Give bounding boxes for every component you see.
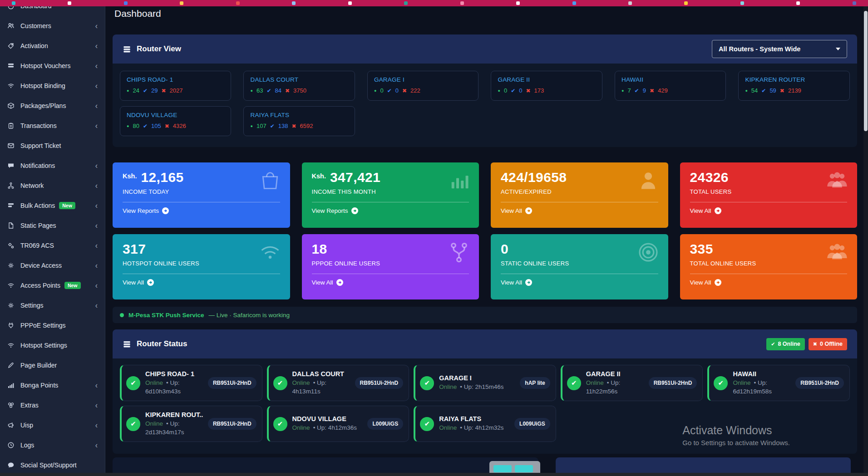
sidebar-item-label: Hotspot Vouchers: [20, 62, 71, 69]
new-badge: New: [64, 282, 81, 289]
sidebar-item[interactable]: Hotspot Vouchers ‹: [0, 56, 105, 76]
sidebar-item[interactable]: Uisp ‹: [0, 415, 105, 435]
sidebar-item[interactable]: Customers ‹: [0, 16, 105, 36]
sidebar-item[interactable]: Extras ‹: [0, 395, 105, 415]
bookmark-favicon-icon[interactable]: [460, 1, 464, 5]
router-status-card[interactable]: ✔ DALLAS COURT OnlineUp: 4h13m11s RB951U…: [267, 365, 409, 401]
partial-button[interactable]: [515, 465, 533, 472]
gears-icon: [7, 242, 15, 249]
online-badge[interactable]: ✔ 8 Online: [766, 338, 805, 350]
check-icon: ✔: [511, 88, 515, 94]
router-name: GARAGE I: [374, 76, 472, 83]
view-all-link[interactable]: View All: [501, 207, 532, 214]
bookmark-favicon-icon[interactable]: [572, 1, 576, 5]
sidebar: Dashboard Customers ‹ Activation ‹: [0, 0, 105, 473]
scrollbar-thumb[interactable]: [864, 11, 868, 131]
sidebar-item[interactable]: Static Pages ‹: [0, 216, 105, 236]
sidebar-item[interactable]: Support Ticket: [0, 136, 105, 156]
online-count: 0: [504, 87, 507, 94]
bookmark-favicon-icon[interactable]: [796, 1, 800, 5]
bookmark-favicon-icon[interactable]: [12, 1, 15, 5]
partial-button[interactable]: [493, 465, 512, 472]
vertical-scrollbar[interactable]: [863, 6, 868, 473]
bookmark-favicon-icon[interactable]: [853, 1, 856, 5]
bookmark-favicon-icon[interactable]: [404, 1, 408, 5]
sidebar-item[interactable]: Transactions ‹: [0, 116, 105, 136]
stat-value: 317: [123, 242, 146, 256]
file-icon: [7, 222, 15, 229]
router-scope-select[interactable]: All Routers - System Wide: [712, 40, 847, 58]
sidebar-item[interactable]: Hotspot Binding ‹: [0, 76, 105, 96]
branch-icon: [447, 240, 471, 266]
router-status-card[interactable]: ✔ KIPKAREN ROUT... OnlineUp: 2d13h34m17s…: [120, 406, 262, 442]
sidebar-item[interactable]: Packages/Plans ‹: [0, 96, 105, 116]
view-all-link[interactable]: View All: [690, 207, 721, 214]
router-status-card[interactable]: ✔ RAIYA FLATS OnlineUp: 4h12m32s L009UiG…: [414, 406, 556, 442]
sidebar-item[interactable]: Settings ‹: [0, 295, 105, 315]
router-card[interactable]: CHIPS ROAD- 1 ● 24 ✔ 29 ✖ 2027: [120, 71, 231, 101]
view-all-link[interactable]: View All: [501, 279, 532, 286]
sidebar-item[interactable]: Social Spot/Support: [0, 455, 105, 473]
router-status-card[interactable]: ✔ NDOVU VILLAGE OnlineUp: 4h12m36s L009U…: [267, 406, 409, 442]
sidebar-item[interactable]: Page Builder: [0, 355, 105, 375]
view-all-link[interactable]: View All: [123, 279, 154, 286]
router-name: GARAGE I: [439, 374, 515, 382]
sidebar-item-label: Bulk Actions: [20, 202, 55, 209]
expired-count: 4326: [173, 123, 186, 129]
router-card[interactable]: HAWAII ● 7 ✔ 9 ✖ 429: [615, 71, 726, 101]
view-all-link[interactable]: View All: [312, 279, 343, 286]
voucher-list-icon: [7, 62, 15, 69]
sidebar-item[interactable]: Bulk Actions New ‹: [0, 196, 105, 216]
view-reports-link[interactable]: View Reports: [312, 207, 358, 214]
sidebar-item-label: Settings: [20, 302, 44, 309]
bookmark-favicon-icon[interactable]: [628, 1, 632, 5]
router-status-card[interactable]: ✔ GARAGE I OnlineUp: 2h15m46s hAP lite: [414, 365, 556, 401]
router-card[interactable]: RAIYA FLATS ● 107 ✔ 138 ✖ 6592: [243, 106, 355, 136]
router-card[interactable]: NDOVU VILLAGE ● 80 ✔ 105 ✖ 4326: [120, 106, 231, 136]
bookmark-favicon-icon[interactable]: [236, 1, 240, 5]
sidebar-item[interactable]: Hotspot Settings: [0, 335, 105, 355]
router-status-card[interactable]: ✔ HAWAII OnlineUp: 6d12h19m58s RB951Ui-2…: [707, 365, 850, 401]
router-status-card[interactable]: ✔ CHIPS ROAD- 1 OnlineUp: 6d10h3m43s RB9…: [120, 365, 262, 401]
offline-badge[interactable]: ✖ 0 Offline: [809, 338, 847, 350]
bookmark-favicon-icon[interactable]: [684, 1, 688, 5]
router-card[interactable]: DALLAS COURT ● 63 ✔ 84 ✖ 3750: [243, 71, 355, 101]
sidebar-item[interactable]: PPPoE Settings: [0, 315, 105, 335]
router-card[interactable]: GARAGE II ● 0 ✔ 0 ✖ 173: [491, 71, 602, 101]
person-icon: [636, 169, 660, 194]
sidebar-item-label: Device Access: [20, 262, 62, 269]
sidebar-item[interactable]: Bonga Points ‹: [0, 375, 105, 395]
stat-value: 424/19658: [501, 171, 567, 184]
divider: [501, 202, 658, 202]
arrow-circle-icon: [147, 279, 154, 286]
expired-count: 6592: [300, 123, 313, 129]
sidebar-item[interactable]: Network ‹: [0, 176, 105, 196]
view-reports-link[interactable]: View Reports: [123, 207, 169, 214]
view-all-link[interactable]: View All: [690, 279, 721, 286]
sidebar-item[interactable]: Notifications ‹: [0, 156, 105, 176]
chevron-left-icon: ‹: [95, 101, 98, 111]
online-count: 24: [133, 87, 139, 94]
bookmark-favicon-icon[interactable]: [124, 1, 128, 5]
check-icon: ✔: [761, 88, 766, 94]
bookmark-favicon-icon[interactable]: [740, 1, 744, 5]
next-section-partial: [113, 457, 857, 473]
bookmark-favicon-icon[interactable]: [348, 1, 352, 5]
online-dot-icon: ●: [374, 88, 376, 93]
bookmark-favicon-icon[interactable]: [68, 1, 71, 5]
page-title: Dashboard: [114, 8, 857, 19]
router-name: NDOVU VILLAGE: [127, 112, 224, 118]
sidebar-item[interactable]: Device Access ‹: [0, 255, 105, 275]
bookmark-favicon-icon[interactable]: [516, 1, 520, 5]
router-status-card[interactable]: ✔ GARAGE II OnlineUp: 11h22m56s RB951Ui-…: [561, 365, 703, 401]
router-card[interactable]: GARAGE I ● 0 ✔ 0 ✖ 222: [367, 71, 478, 101]
sidebar-item[interactable]: Access Points New ‹: [0, 275, 105, 295]
sidebar-item[interactable]: Activation ‹: [0, 36, 105, 56]
sidebar-item-label: Notifications: [20, 162, 55, 169]
sidebar-item[interactable]: Logs ‹: [0, 435, 105, 455]
sidebar-item[interactable]: TR069 ACS ‹: [0, 236, 105, 255]
users-group-icon: [825, 169, 849, 194]
router-card[interactable]: KIPKAREN ROUTER ● 54 ✔ 59 ✖ 2139: [738, 71, 849, 101]
bookmark-favicon-icon[interactable]: [292, 1, 296, 5]
bookmark-favicon-icon[interactable]: [180, 1, 183, 5]
